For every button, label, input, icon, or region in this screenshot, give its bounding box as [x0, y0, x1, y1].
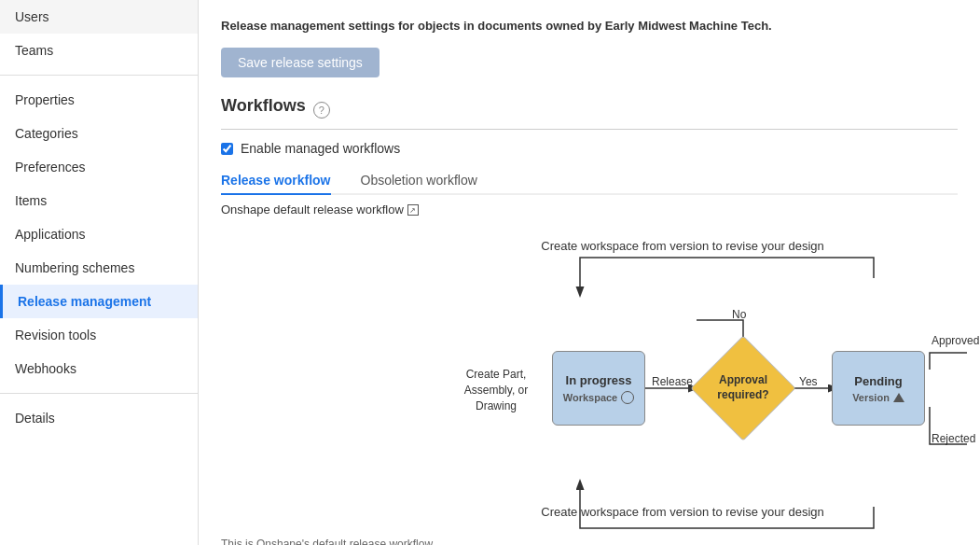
diagram-top-label: Create workspace from version to revise …: [407, 239, 958, 253]
page-description: Release management settings for objects …: [221, 19, 958, 33]
rejected-arrow-label: Rejected: [932, 432, 975, 445]
diagram-footer: This is Onshape's default release workfl…: [221, 538, 958, 545]
tabs-row: Release workflow Obsoletion workflow: [221, 167, 958, 195]
in-progress-box: In progress Workspace: [552, 351, 645, 426]
tab-obsoletion-workflow[interactable]: Obsoletion workflow: [361, 167, 477, 195]
section-title: Workflows: [221, 96, 306, 116]
sidebar-item-properties[interactable]: Properties: [0, 83, 198, 117]
sidebar-divider-1: [0, 75, 198, 76]
diagram-bottom-label: Create workspace from version to revise …: [407, 505, 958, 519]
managed-workflows-label: Enable managed workflows: [241, 141, 400, 156]
sidebar-item-details[interactable]: Details: [0, 401, 198, 435]
sidebar-item-applications[interactable]: Applications: [0, 217, 198, 251]
managed-workflows-checkbox[interactable]: [221, 143, 233, 155]
pending-triangle-icon: [893, 393, 904, 402]
create-label: Create Part, Assembly, or Drawing: [459, 367, 533, 413]
sidebar-item-webhooks[interactable]: Webhooks: [0, 352, 198, 385]
sidebar-item-teams[interactable]: Teams: [0, 34, 198, 67]
pending-box: Pending Version: [832, 351, 925, 426]
sidebar-item-numbering[interactable]: Numbering schemes: [0, 251, 198, 285]
main-content: Release management settings for objects …: [199, 0, 980, 545]
sidebar-item-users[interactable]: Users: [0, 0, 198, 34]
workflow-diagram: Create workspace from version to revise …: [221, 231, 967, 530]
section-divider: [221, 129, 958, 130]
managed-workflows-row: Enable managed workflows: [221, 141, 958, 156]
sidebar-item-items[interactable]: Items: [0, 184, 198, 217]
external-link-icon: ↗: [407, 204, 419, 216]
no-label: No: [732, 308, 746, 321]
tab-release-workflow[interactable]: Release workflow: [221, 167, 331, 195]
sidebar: Users Teams Properties Categories Prefer…: [0, 0, 199, 545]
approved-label: Approved: [932, 334, 979, 347]
sidebar-divider-2: [0, 393, 198, 394]
approval-diamond-container: Approvalrequired?: [697, 351, 790, 426]
release-arrow-label: Release: [652, 375, 693, 388]
sidebar-item-revision[interactable]: Revision tools: [0, 318, 198, 352]
save-button[interactable]: Save release settings: [221, 48, 380, 77]
workflow-link-row: Onshape default release workflow ↗: [221, 203, 958, 217]
yes-label: Yes: [799, 375, 818, 388]
sidebar-item-preferences[interactable]: Preferences: [0, 150, 198, 184]
sidebar-item-release[interactable]: Release management: [0, 285, 198, 318]
help-icon[interactable]: ?: [313, 102, 330, 119]
workspace-circle-icon: [621, 391, 634, 404]
workflow-link[interactable]: Onshape default release workflow: [221, 203, 404, 217]
sidebar-item-categories[interactable]: Categories: [0, 117, 198, 150]
approval-label: Approvalrequired?: [717, 373, 768, 402]
